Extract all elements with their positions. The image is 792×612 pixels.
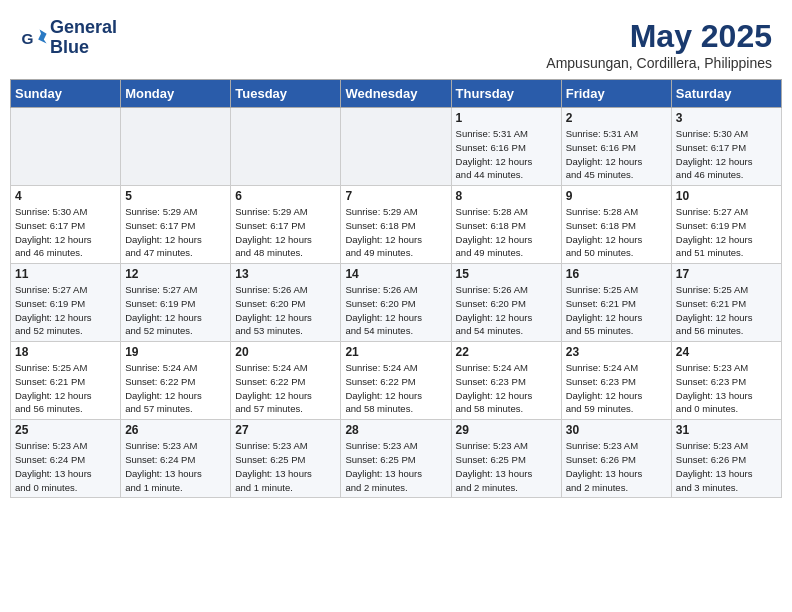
day-info: Sunrise: 5:27 AMSunset: 6:19 PMDaylight:… (15, 283, 116, 338)
calendar-cell: 9Sunrise: 5:28 AMSunset: 6:18 PMDaylight… (561, 186, 671, 264)
calendar-cell: 13Sunrise: 5:26 AMSunset: 6:20 PMDayligh… (231, 264, 341, 342)
calendar-cell: 18Sunrise: 5:25 AMSunset: 6:21 PMDayligh… (11, 342, 121, 420)
calendar-cell: 4Sunrise: 5:30 AMSunset: 6:17 PMDaylight… (11, 186, 121, 264)
day-number: 7 (345, 189, 446, 203)
day-info: Sunrise: 5:23 AMSunset: 6:25 PMDaylight:… (345, 439, 446, 494)
month-title: May 2025 (546, 18, 772, 55)
day-info: Sunrise: 5:31 AMSunset: 6:16 PMDaylight:… (566, 127, 667, 182)
day-info: Sunrise: 5:23 AMSunset: 6:26 PMDaylight:… (676, 439, 777, 494)
day-number: 22 (456, 345, 557, 359)
day-number: 28 (345, 423, 446, 437)
day-info: Sunrise: 5:26 AMSunset: 6:20 PMDaylight:… (345, 283, 446, 338)
calendar-cell: 8Sunrise: 5:28 AMSunset: 6:18 PMDaylight… (451, 186, 561, 264)
calendar-cell: 17Sunrise: 5:25 AMSunset: 6:21 PMDayligh… (671, 264, 781, 342)
calendar-week-row: 25Sunrise: 5:23 AMSunset: 6:24 PMDayligh… (11, 420, 782, 498)
day-number: 8 (456, 189, 557, 203)
day-info: Sunrise: 5:24 AMSunset: 6:22 PMDaylight:… (125, 361, 226, 416)
day-info: Sunrise: 5:24 AMSunset: 6:22 PMDaylight:… (235, 361, 336, 416)
weekday-header-monday: Monday (121, 80, 231, 108)
day-number: 21 (345, 345, 446, 359)
title-block: May 2025 Ampusungan, Cordillera, Philipp… (546, 18, 772, 71)
day-info: Sunrise: 5:30 AMSunset: 6:17 PMDaylight:… (676, 127, 777, 182)
day-number: 31 (676, 423, 777, 437)
day-number: 27 (235, 423, 336, 437)
calendar-cell: 16Sunrise: 5:25 AMSunset: 6:21 PMDayligh… (561, 264, 671, 342)
calendar-cell: 27Sunrise: 5:23 AMSunset: 6:25 PMDayligh… (231, 420, 341, 498)
day-info: Sunrise: 5:27 AMSunset: 6:19 PMDaylight:… (676, 205, 777, 260)
day-number: 11 (15, 267, 116, 281)
day-number: 9 (566, 189, 667, 203)
day-number: 2 (566, 111, 667, 125)
day-info: Sunrise: 5:29 AMSunset: 6:18 PMDaylight:… (345, 205, 446, 260)
calendar-cell: 15Sunrise: 5:26 AMSunset: 6:20 PMDayligh… (451, 264, 561, 342)
calendar-cell: 30Sunrise: 5:23 AMSunset: 6:26 PMDayligh… (561, 420, 671, 498)
calendar-cell (231, 108, 341, 186)
weekday-header-sunday: Sunday (11, 80, 121, 108)
calendar-cell: 21Sunrise: 5:24 AMSunset: 6:22 PMDayligh… (341, 342, 451, 420)
day-number: 29 (456, 423, 557, 437)
day-info: Sunrise: 5:23 AMSunset: 6:24 PMDaylight:… (15, 439, 116, 494)
logo-icon: G (20, 24, 48, 52)
day-number: 12 (125, 267, 226, 281)
day-info: Sunrise: 5:23 AMSunset: 6:23 PMDaylight:… (676, 361, 777, 416)
day-info: Sunrise: 5:24 AMSunset: 6:23 PMDaylight:… (456, 361, 557, 416)
calendar-cell: 6Sunrise: 5:29 AMSunset: 6:17 PMDaylight… (231, 186, 341, 264)
weekday-header-wednesday: Wednesday (341, 80, 451, 108)
day-info: Sunrise: 5:25 AMSunset: 6:21 PMDaylight:… (566, 283, 667, 338)
weekday-header-thursday: Thursday (451, 80, 561, 108)
page-header: G General Blue May 2025 Ampusungan, Cord… (10, 10, 782, 75)
day-info: Sunrise: 5:24 AMSunset: 6:23 PMDaylight:… (566, 361, 667, 416)
day-number: 17 (676, 267, 777, 281)
calendar-cell: 31Sunrise: 5:23 AMSunset: 6:26 PMDayligh… (671, 420, 781, 498)
day-number: 24 (676, 345, 777, 359)
day-number: 19 (125, 345, 226, 359)
calendar-cell: 10Sunrise: 5:27 AMSunset: 6:19 PMDayligh… (671, 186, 781, 264)
day-number: 16 (566, 267, 667, 281)
location-title: Ampusungan, Cordillera, Philippines (546, 55, 772, 71)
calendar-cell: 20Sunrise: 5:24 AMSunset: 6:22 PMDayligh… (231, 342, 341, 420)
calendar-cell: 25Sunrise: 5:23 AMSunset: 6:24 PMDayligh… (11, 420, 121, 498)
day-number: 10 (676, 189, 777, 203)
calendar-cell: 1Sunrise: 5:31 AMSunset: 6:16 PMDaylight… (451, 108, 561, 186)
day-number: 15 (456, 267, 557, 281)
day-number: 26 (125, 423, 226, 437)
day-info: Sunrise: 5:23 AMSunset: 6:25 PMDaylight:… (235, 439, 336, 494)
calendar-cell: 7Sunrise: 5:29 AMSunset: 6:18 PMDaylight… (341, 186, 451, 264)
day-number: 4 (15, 189, 116, 203)
calendar-cell: 29Sunrise: 5:23 AMSunset: 6:25 PMDayligh… (451, 420, 561, 498)
day-info: Sunrise: 5:27 AMSunset: 6:19 PMDaylight:… (125, 283, 226, 338)
day-number: 14 (345, 267, 446, 281)
calendar-cell: 2Sunrise: 5:31 AMSunset: 6:16 PMDaylight… (561, 108, 671, 186)
calendar-cell: 19Sunrise: 5:24 AMSunset: 6:22 PMDayligh… (121, 342, 231, 420)
weekday-header-saturday: Saturday (671, 80, 781, 108)
day-number: 1 (456, 111, 557, 125)
calendar-week-row: 18Sunrise: 5:25 AMSunset: 6:21 PMDayligh… (11, 342, 782, 420)
calendar-week-row: 11Sunrise: 5:27 AMSunset: 6:19 PMDayligh… (11, 264, 782, 342)
day-number: 13 (235, 267, 336, 281)
logo-text-line1: General (50, 18, 117, 38)
weekday-header-row: SundayMondayTuesdayWednesdayThursdayFrid… (11, 80, 782, 108)
calendar-cell (121, 108, 231, 186)
day-info: Sunrise: 5:26 AMSunset: 6:20 PMDaylight:… (456, 283, 557, 338)
weekday-header-tuesday: Tuesday (231, 80, 341, 108)
day-number: 3 (676, 111, 777, 125)
day-info: Sunrise: 5:30 AMSunset: 6:17 PMDaylight:… (15, 205, 116, 260)
calendar-cell: 22Sunrise: 5:24 AMSunset: 6:23 PMDayligh… (451, 342, 561, 420)
calendar-cell: 14Sunrise: 5:26 AMSunset: 6:20 PMDayligh… (341, 264, 451, 342)
day-info: Sunrise: 5:29 AMSunset: 6:17 PMDaylight:… (125, 205, 226, 260)
day-number: 25 (15, 423, 116, 437)
calendar-cell: 3Sunrise: 5:30 AMSunset: 6:17 PMDaylight… (671, 108, 781, 186)
day-info: Sunrise: 5:23 AMSunset: 6:24 PMDaylight:… (125, 439, 226, 494)
day-number: 5 (125, 189, 226, 203)
day-number: 20 (235, 345, 336, 359)
svg-marker-1 (38, 29, 46, 43)
day-info: Sunrise: 5:24 AMSunset: 6:22 PMDaylight:… (345, 361, 446, 416)
day-info: Sunrise: 5:28 AMSunset: 6:18 PMDaylight:… (566, 205, 667, 260)
calendar-cell: 5Sunrise: 5:29 AMSunset: 6:17 PMDaylight… (121, 186, 231, 264)
calendar-cell (11, 108, 121, 186)
calendar-cell: 28Sunrise: 5:23 AMSunset: 6:25 PMDayligh… (341, 420, 451, 498)
day-info: Sunrise: 5:28 AMSunset: 6:18 PMDaylight:… (456, 205, 557, 260)
day-info: Sunrise: 5:26 AMSunset: 6:20 PMDaylight:… (235, 283, 336, 338)
calendar-cell: 11Sunrise: 5:27 AMSunset: 6:19 PMDayligh… (11, 264, 121, 342)
calendar-cell: 12Sunrise: 5:27 AMSunset: 6:19 PMDayligh… (121, 264, 231, 342)
